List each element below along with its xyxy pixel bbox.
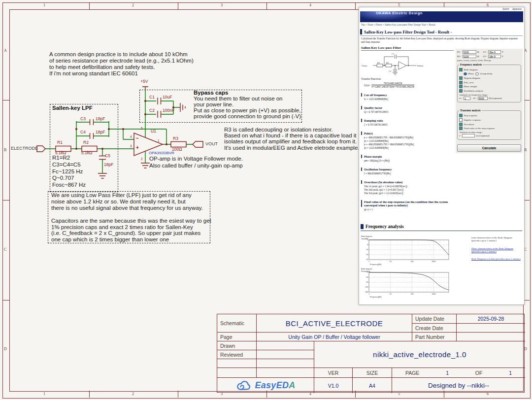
bode-checkbox[interactable] bbox=[459, 68, 463, 71]
r2-input[interactable] bbox=[463, 55, 476, 58]
header-link-switch[interactable]: Switch bbox=[502, 8, 509, 10]
svg-text:Gain[dB]: Gain[dB] bbox=[361, 238, 368, 240]
bode-text-data-link[interactable]: Bode Diagram text data (provides up to 1… bbox=[471, 258, 522, 261]
schematic-name: BCI_ACTIVE_ELECTRODE bbox=[257, 314, 412, 333]
phase-radio[interactable] bbox=[464, 72, 467, 76]
phase-characteristics-link[interactable]: Phase characteristics of the Bode Diagra… bbox=[471, 247, 522, 254]
u1-pin-5: 5 bbox=[141, 127, 143, 130]
c1-input-label: C1= bbox=[483, 51, 487, 53]
r2-ref: R2 bbox=[83, 140, 89, 145]
bypass-note: You need them to filter out noise on you… bbox=[194, 96, 301, 119]
opamp-note: OP-amp is in Voltage Follower mode. Also… bbox=[149, 156, 243, 169]
u1-part-number: OPA392DBVR bbox=[149, 151, 174, 155]
drawn-label: Drawn bbox=[217, 341, 257, 350]
svg-text:1000: 1000 bbox=[432, 261, 435, 263]
t-label: t= bbox=[459, 134, 461, 137]
net-label-vout: VOUT bbox=[205, 141, 218, 146]
intro-text: Calculated the Transfer Function for the… bbox=[361, 37, 522, 44]
reviewed-label: Reviewed bbox=[217, 350, 257, 359]
header-link-japanese[interactable]: Japanese bbox=[512, 8, 522, 10]
c5-ref: C5 bbox=[105, 153, 110, 158]
oscillation-checkbox[interactable] bbox=[459, 89, 463, 93]
svg-text:Phase[deg]: Phase[deg] bbox=[361, 270, 370, 272]
logo-cell: EasyEDA bbox=[217, 378, 314, 393]
svg-text:Bode diagram: Bode diagram bbox=[361, 235, 372, 237]
svg-text:-8: -8 bbox=[366, 244, 368, 246]
bypass-title: Bypass caps bbox=[194, 90, 228, 96]
easyeda-cloud-icon bbox=[235, 380, 252, 392]
part-number-label: Part Number bbox=[412, 333, 457, 341]
svg-text:-32: -32 bbox=[366, 259, 368, 261]
c2-input-label: C2= bbox=[483, 55, 487, 58]
tf-denominator: s²+12807.248187304s+79531408.249258 bbox=[371, 85, 414, 88]
part-number-value bbox=[457, 333, 525, 341]
u1-ref: U1 bbox=[151, 129, 156, 133]
ver-value: V1.0 bbox=[314, 378, 353, 393]
page-word: PAGE bbox=[405, 370, 419, 376]
breadcrumb[interactable]: Top > Tools > Filters > Sallen-Key Low-p… bbox=[361, 24, 435, 26]
poles-values: p = -866.85086851795 - 866.85086851795j[… bbox=[364, 136, 455, 150]
oscillation-checkbox-label: Oscillation analysis bbox=[464, 90, 483, 92]
impulse-response-checkbox[interactable] bbox=[459, 118, 463, 122]
f1-input[interactable] bbox=[464, 97, 470, 100]
opamp-plus-sign: + bbox=[136, 145, 139, 150]
final-value-label: Final value of the step response bbox=[464, 127, 495, 130]
pole-zero-checkbox-label: Pole, zero bbox=[464, 81, 474, 84]
f2-input[interactable] bbox=[478, 97, 488, 100]
empty-cell-4 bbox=[257, 368, 314, 378]
ver-label: VER bbox=[314, 368, 353, 378]
calculate-button[interactable]: Calculate bbox=[457, 144, 521, 152]
create-date-label: Create Date bbox=[412, 324, 457, 333]
nyquist-checkbox-label: Nyquist diagram bbox=[464, 77, 480, 79]
mini-r1-label: R1 bbox=[377, 62, 380, 64]
page-of-cell: PAGE 1 OF 1 bbox=[392, 368, 525, 378]
r2-input-label: R2= bbox=[457, 55, 462, 58]
r1-input-label: R1= bbox=[457, 51, 462, 53]
c1-input[interactable] bbox=[488, 50, 501, 54]
phase-margin-checkbox[interactable] bbox=[459, 85, 463, 88]
power-5v-icon bbox=[142, 87, 148, 89]
bode-phase-chart: 0-45-90-135-1801101001000Bode diagramPha… bbox=[361, 267, 451, 298]
oscillation-value: f = 866.85086851795[Hz] bbox=[364, 172, 455, 175]
site-brand: OKAWA Electric Design bbox=[376, 11, 423, 15]
t-input[interactable] bbox=[462, 134, 475, 137]
r3-ref: R3 bbox=[173, 136, 178, 141]
section-phase-margin: Phase margin bbox=[361, 155, 455, 158]
final-value-checkbox[interactable] bbox=[459, 127, 463, 130]
svg-text:100: 100 bbox=[411, 261, 414, 263]
ohm-unit: Ω bbox=[477, 51, 479, 53]
nyquist-checkbox[interactable] bbox=[459, 76, 463, 80]
doc-name: nikki_active_electrode_1.0 bbox=[314, 341, 525, 368]
okawa-webtool-panel: Switch Japanese OKAWA Electric Design To… bbox=[359, 7, 525, 305]
group-delay-radio[interactable] bbox=[475, 72, 479, 76]
svg-text:Frequency[Hz]: Frequency[Hz] bbox=[370, 296, 381, 298]
transient-analysis-box: Transient analysis Step response Impulse… bbox=[457, 109, 521, 140]
pole-zero-checkbox[interactable] bbox=[459, 81, 463, 84]
update-date-label: Update Date bbox=[412, 314, 457, 324]
step-response-checkbox[interactable] bbox=[459, 114, 463, 117]
r1-input[interactable] bbox=[463, 50, 476, 54]
lpf-params-note: R1=R2 C3=C4=C5 Fc~1225 Hz Q~0.707 Fosc~8… bbox=[52, 155, 86, 189]
create-date-value bbox=[457, 324, 525, 333]
power-label-5v: +5V bbox=[140, 79, 148, 84]
u1-pin-3: 3 bbox=[130, 144, 132, 148]
frequency-analysis-box: Frequency analysis Bode diagram Phase Gr… bbox=[457, 63, 521, 102]
netflag-vout bbox=[193, 141, 203, 147]
svg-text:1000: 1000 bbox=[432, 293, 435, 295]
transfer-function: G(s)= 79531408.249258 s²+12807.248187304… bbox=[364, 82, 455, 88]
c1-ref: C1 bbox=[149, 95, 155, 100]
overshoot-checkbox[interactable] bbox=[459, 123, 463, 126]
c2-input[interactable] bbox=[488, 55, 501, 58]
svg-text:-24: -24 bbox=[366, 254, 368, 256]
farad-unit: F bbox=[502, 51, 503, 53]
phase-margin-checkbox-label: Phase margin bbox=[464, 85, 477, 88]
design-practice-note: A common design practice is to include a… bbox=[49, 51, 194, 77]
svg-text:Frequency[Hz]: Frequency[Hz] bbox=[370, 264, 381, 266]
page-desc: Unity Gain OP / Buffer / Voltage followe… bbox=[257, 333, 412, 341]
range-separator: - bbox=[471, 97, 472, 100]
section-damping: Damping ratio bbox=[361, 119, 455, 122]
svg-text:-180: -180 bbox=[365, 291, 368, 293]
transient-analysis-legend: Transient analysis bbox=[459, 109, 482, 112]
svg-text:-45: -45 bbox=[366, 276, 368, 278]
f2-label: f2= bbox=[473, 97, 477, 100]
